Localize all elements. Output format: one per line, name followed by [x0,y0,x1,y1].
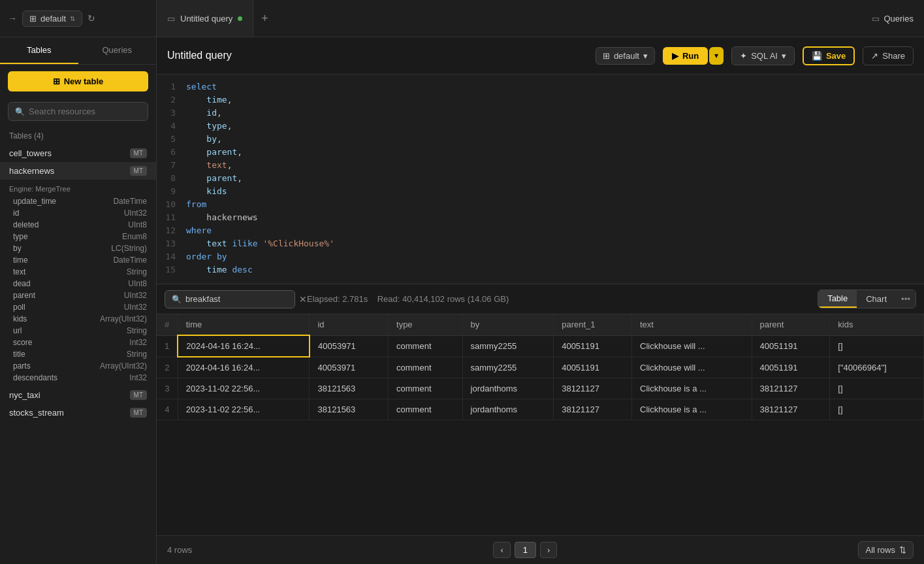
schema-row-title: titleString [0,348,156,360]
table-cell: jordanthoms [462,378,554,399]
sidebar-item-cell-towers[interactable]: cell_towers MT [0,144,156,162]
sidebar: Tables Queries ⊞ New table 🔍 Tables (4) … [0,37,157,564]
tab-untitled-query[interactable]: ▭ Untitled query [157,0,253,37]
run-button[interactable]: ▶ Run [663,47,708,65]
schema-row-poll: pollUInt32 [0,301,156,313]
prev-page-button[interactable]: ‹ [493,542,510,558]
table-cell: 38121563 [310,399,389,420]
table-cell: 38121127 [554,378,632,399]
sidebar-tab-queries[interactable]: Queries [78,37,157,64]
code-line-10: 10 from [157,199,924,212]
share-label: Share [882,51,905,61]
code-line-5: 5 by, [157,133,924,146]
db-selector[interactable]: ⊞ default ⇅ [22,10,82,27]
top-bar: → ⊞ default ⇅ ↻ ▭ Untitled query + ▭ Que… [0,0,924,37]
sidebar-tab-tables[interactable]: Tables [0,37,78,64]
row-count: 4 rows [167,545,192,555]
tabs-area: ▭ Untitled query + [157,0,861,37]
code-line-6: 6 parent, [157,146,924,159]
back-icon[interactable]: → [8,13,17,24]
tab-query-icon: ▭ [167,14,175,24]
code-line-4: 4 type, [157,120,924,133]
sql-ai-button[interactable]: ✦ SQL AI ▾ [731,46,795,65]
sidebar-item-stocks-stream[interactable]: stocks_stream MT [0,404,156,422]
search-box: 🔍 [8,102,148,121]
col-header-id: id [310,314,389,335]
table-name-cell-towers: cell_towers [9,148,52,158]
schema-row-text: textString [0,266,156,278]
add-tab-button[interactable]: + [253,12,276,25]
badge-nyc-taxi: MT [130,390,147,400]
code-line-12: 12 where [157,225,924,238]
table-cell: [] [830,335,924,357]
schema-row-url: urlString [0,325,156,337]
sidebar-item-hackernews[interactable]: hackernews MT [0,162,156,180]
code-line-11: 11 hackernews [157,212,924,225]
schema-section: Engine: MergeTree update_timeDateTime id… [0,180,156,386]
view-table-button[interactable]: Table [818,290,857,308]
col-header-num: # [157,314,178,335]
db-badge[interactable]: ⊞ default ▾ [596,47,655,65]
run-group: ▶ Run ▾ [663,47,724,65]
refresh-button[interactable]: ↻ [88,13,95,24]
col-header-time: time [178,314,310,335]
query-title: Untitled query [167,50,588,61]
col-header-parent: parent [752,314,830,335]
schema-row-deleted: deletedUInt8 [0,219,156,231]
view-more-button[interactable]: ••• [896,290,916,308]
share-button[interactable]: ↗ Share [863,46,914,65]
view-chart-button[interactable]: Chart [857,290,896,308]
db-badge-icon: ⊞ [603,51,610,61]
code-line-13: 13 text ilike '%ClickHouse%' [157,238,924,251]
schema-row-dead: deadUInt8 [0,278,156,290]
elapsed-info: Elapsed: 2.781s Read: 40,414,102 rows (1… [302,294,811,304]
table-cell: 40051191 [752,357,830,378]
tables-header: Tables (4) [0,127,156,144]
code-editor[interactable]: 1 select 2 time, 3 id, 4 type, 5 by, [157,75,924,284]
queries-button[interactable]: ▭ Queries [861,14,924,24]
tab-active-dot [238,16,242,21]
run-label: Run [682,51,699,61]
code-line-9: 9 kids [157,186,924,199]
table-cell: 2023-11-02 22:56... [178,378,310,399]
table-name-hackernews: hackernews [9,166,54,176]
run-dropdown-button[interactable]: ▾ [709,47,724,65]
table-cell: jordanthoms [462,399,554,420]
db-badge-arrow-icon: ▾ [643,51,648,61]
new-table-button[interactable]: ⊞ New table [8,71,148,91]
elapsed-label: Elapsed: 2.781s [307,294,368,304]
sidebar-item-nyc-taxi[interactable]: nyc_taxi MT [0,386,156,404]
results-tbody: 12024-04-16 16:24...40053971commentsammy… [157,335,924,420]
all-rows-arrow-icon: ⇅ [899,545,906,555]
code-line-1: 1 select [157,81,924,94]
table-cell: 40053971 [310,357,389,378]
save-button[interactable]: 💾 Save [803,46,855,65]
table-cell: 38121127 [752,378,830,399]
next-page-button[interactable]: › [540,542,557,558]
sql-ai-label: SQL AI [751,51,778,61]
table-cell: comment [389,335,463,357]
filter-input[interactable] [185,294,295,304]
table-cell: 2023-11-02 22:56... [178,399,310,420]
code-line-8: 8 parent, [157,173,924,186]
schema-row-update-time: update_timeDateTime [0,195,156,207]
table-cell: ["40066964"] [830,357,924,378]
all-rows-select[interactable]: All rows ⇅ [858,541,914,559]
search-icon: 🔍 [15,107,25,116]
col-header-text: text [632,314,752,335]
table-cell: 40051191 [554,357,632,378]
save-label: Save [826,51,846,61]
db-name: default [40,14,66,24]
schema-row-by: byLC(String) [0,242,156,254]
content-area: Untitled query ⊞ default ▾ ▶ Run ▾ ✦ SQL… [157,37,924,564]
sql-ai-arrow-icon: ▾ [782,51,786,61]
results-area: 🔍 ✕ Elapsed: 2.781s Read: 40,414,102 row… [157,284,924,564]
table-name-nyc-taxi: nyc_taxi [9,390,40,400]
page-current: 1 [515,542,536,558]
table-cell: 2024-04-16 16:24... [178,357,310,378]
tab-label: Untitled query [180,14,232,24]
queries-icon: ▭ [872,14,880,24]
search-input[interactable] [29,107,141,116]
table-cell: Clickhouse will ... [632,357,752,378]
table-cell: [] [830,399,924,420]
